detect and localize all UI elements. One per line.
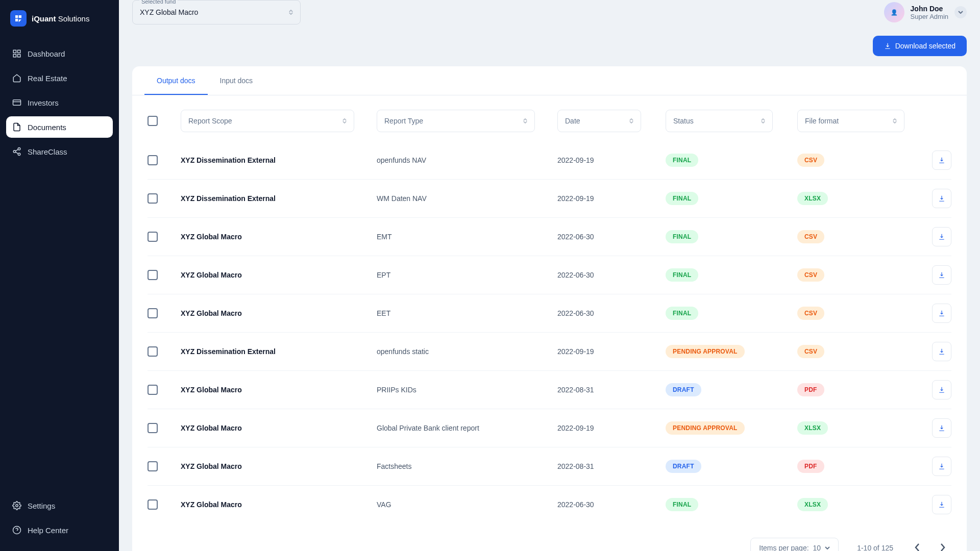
row-type: PRIIPs KIDs: [377, 386, 416, 394]
sidebar: iQuant Solutions DashboardReal EstateInv…: [0, 0, 119, 551]
row-date: 2022-06-30: [557, 500, 594, 509]
row-checkbox[interactable]: [148, 423, 158, 433]
row-checkbox[interactable]: [148, 270, 158, 280]
items-per-page-select[interactable]: Items per page: 10: [750, 538, 839, 551]
download-row-button[interactable]: [932, 265, 951, 285]
download-selected-label: Download selected: [895, 42, 955, 50]
row-date: 2022-09-19: [557, 347, 594, 356]
brand-name-bold: iQuant: [32, 14, 56, 23]
filter-file-format[interactable]: File format: [797, 110, 904, 132]
format-badge: XLSX: [797, 192, 828, 205]
sidebar-item-shareclass[interactable]: ShareClass: [6, 141, 113, 162]
user-menu-toggle[interactable]: [954, 6, 967, 18]
table-row: XYZ Global MacroEMT2022-06-30FINALCSV: [148, 217, 951, 256]
row-date: 2022-09-19: [557, 156, 594, 164]
sidebar-item-dashboard[interactable]: Dashboard: [6, 43, 113, 64]
svg-line-10: [15, 152, 18, 154]
svg-rect-0: [13, 50, 16, 53]
row-checkbox[interactable]: [148, 232, 158, 242]
next-page-button[interactable]: [937, 540, 948, 552]
share-icon: [12, 147, 21, 156]
row-checkbox[interactable]: [148, 193, 158, 204]
format-badge: CSV: [797, 230, 824, 243]
filter-report-type[interactable]: Report Type: [377, 110, 535, 132]
tab-input-docs[interactable]: Input docs: [208, 66, 265, 95]
row-scope: XYZ Dissemination External: [181, 194, 276, 203]
status-badge: PENDING APPROVAL: [666, 421, 745, 435]
chevron-right-icon: [940, 543, 945, 552]
download-row-button[interactable]: [932, 189, 951, 208]
table-row: XYZ Dissemination Externalopenfunds stat…: [148, 332, 951, 370]
row-checkbox[interactable]: [148, 499, 158, 510]
topbar: Selected fund XYZ Global Macro 👤 John Do…: [119, 0, 980, 24]
row-type: EMT: [377, 233, 392, 241]
row-checkbox[interactable]: [148, 155, 158, 165]
status-badge: FINAL: [666, 192, 698, 205]
row-date: 2022-09-19: [557, 194, 594, 203]
row-type: VAG: [377, 500, 391, 509]
sidebar-item-real-estate[interactable]: Real Estate: [6, 67, 113, 89]
download-row-button[interactable]: [932, 227, 951, 246]
table-row: XYZ Global MacroFactsheets2022-08-31DRAF…: [148, 447, 951, 485]
row-scope: XYZ Global Macro: [181, 500, 242, 509]
page-range: 1-10 of 125: [857, 544, 893, 551]
nav-bottom: SettingsHelp Center: [6, 495, 113, 541]
row-checkbox[interactable]: [148, 346, 158, 357]
chevron-up-down-icon: [342, 118, 347, 123]
row-scope: XYZ Global Macro: [181, 271, 242, 279]
row-type: Global Private Bank client report: [377, 424, 479, 432]
format-badge: PDF: [797, 460, 824, 473]
row-type: Factsheets: [377, 462, 411, 470]
download-row-button[interactable]: [932, 304, 951, 323]
avatar: 👤: [884, 2, 904, 22]
items-per-page-value: 10: [813, 544, 821, 551]
svg-rect-3: [18, 55, 20, 57]
table-footer: Items per page: 10 1-10 of 125: [132, 523, 967, 551]
chevron-left-icon: [915, 543, 920, 552]
download-row-button[interactable]: [932, 151, 951, 170]
table: Report Scope Report Type Date Status Fil…: [132, 95, 967, 523]
row-checkbox[interactable]: [148, 461, 158, 471]
documents-card: Output docsInput docs Report Scope Repor…: [132, 66, 967, 551]
fund-select-label: Selected fund: [139, 0, 178, 5]
format-badge: XLSX: [797, 498, 828, 511]
main: Selected fund XYZ Global Macro 👤 John Do…: [119, 0, 980, 551]
row-type: EPT: [377, 271, 390, 279]
download-row-button[interactable]: [932, 495, 951, 514]
format-badge: CSV: [797, 154, 824, 167]
row-checkbox[interactable]: [148, 308, 158, 318]
content: Download selected Output docsInput docs …: [119, 24, 980, 551]
table-header: Report Scope Report Type Date Status Fil…: [148, 95, 951, 141]
nav-main: DashboardReal EstateInvestorsDocumentsSh…: [6, 43, 113, 162]
tab-output-docs[interactable]: Output docs: [144, 66, 208, 95]
download-row-button[interactable]: [932, 342, 951, 361]
row-date: 2022-06-30: [557, 309, 594, 317]
sidebar-item-settings[interactable]: Settings: [6, 495, 113, 516]
select-all-checkbox[interactable]: [148, 116, 158, 126]
prev-page-button[interactable]: [912, 540, 923, 552]
filter-date[interactable]: Date: [557, 110, 641, 132]
filter-report-scope[interactable]: Report Scope: [181, 110, 354, 132]
row-checkbox[interactable]: [148, 385, 158, 395]
status-badge: FINAL: [666, 498, 698, 511]
format-badge: CSV: [797, 307, 824, 320]
download-selected-button[interactable]: Download selected: [873, 36, 967, 56]
download-row-button[interactable]: [932, 418, 951, 438]
format-badge: CSV: [797, 345, 824, 358]
table-row: XYZ Dissemination Externalopenfunds NAV2…: [148, 141, 951, 179]
sidebar-item-documents[interactable]: Documents: [6, 116, 113, 138]
user-name: John Doe: [911, 5, 948, 13]
chevron-up-down-icon: [629, 118, 633, 123]
download-icon: [938, 157, 945, 164]
sidebar-item-investors[interactable]: Investors: [6, 92, 113, 113]
download-row-button[interactable]: [932, 380, 951, 399]
chevron-down-icon: [825, 546, 830, 549]
row-date: 2022-06-30: [557, 271, 594, 279]
table-row: XYZ Global MacroGlobal Private Bank clie…: [148, 409, 951, 447]
brand: iQuant Solutions: [6, 10, 113, 27]
chevron-up-down-icon: [761, 118, 765, 123]
filter-status[interactable]: Status: [666, 110, 773, 132]
download-row-button[interactable]: [932, 457, 951, 476]
sidebar-item-help-center[interactable]: Help Center: [6, 519, 113, 541]
tabs: Output docsInput docs: [132, 66, 967, 95]
